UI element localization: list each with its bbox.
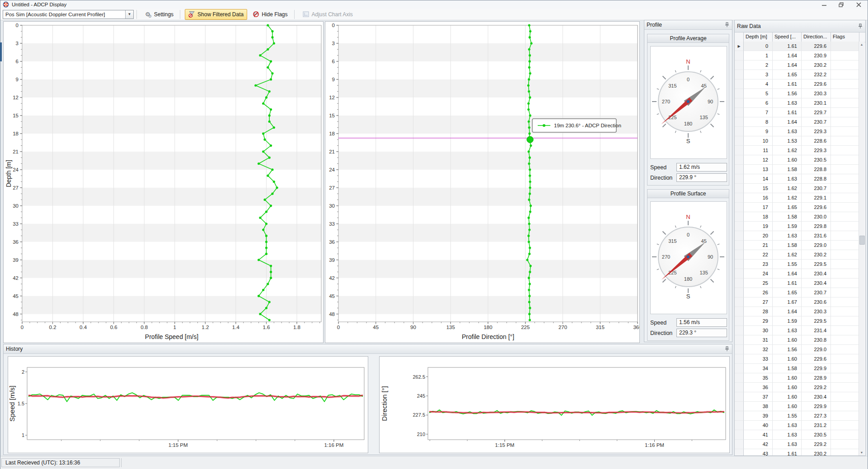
table-row[interactable]: 341.58229.9	[735, 364, 859, 373]
close-button[interactable]	[853, 1, 864, 8]
table-row[interactable]: 11.64230.9	[735, 51, 859, 60]
scrollbar-thumb[interactable]	[859, 236, 865, 245]
table-cell: 4	[744, 79, 773, 89]
table-row[interactable]: 91.63229.3	[735, 127, 859, 136]
table-cell: 1.56	[773, 345, 802, 354]
row-indicator-cell	[735, 430, 744, 440]
table-row[interactable]: 361.60229.2	[735, 383, 859, 392]
table-row[interactable]: 351.60228.9	[735, 373, 859, 383]
average-speed-row: Speed 1.62 m/s	[650, 163, 727, 172]
column-header[interactable]: Flags	[831, 33, 859, 42]
svg-text:30: 30	[13, 203, 19, 209]
scroll-down-icon[interactable]: ▼	[859, 450, 864, 455]
column-header[interactable]: Depth [m]	[744, 33, 773, 42]
table-row[interactable]: 401.63231.2	[735, 421, 859, 430]
svg-text:12: 12	[13, 95, 19, 100]
profile-direction-chart[interactable]: 0459013518022527031536003691215182124273…	[325, 21, 640, 343]
table-row[interactable]: 111.62229.3	[735, 146, 859, 155]
row-indicator-cell	[735, 231, 744, 241]
average-speed-value: 1.62 m/s	[676, 163, 727, 172]
vertical-scrollbar[interactable]: ▲ ▼	[859, 42, 865, 455]
svg-text:27: 27	[13, 185, 19, 190]
history-speed-chart[interactable]: 11.52Speed [m/s]1:15 PM1:16 PM	[8, 357, 367, 452]
table-cell: 230.7	[802, 288, 831, 297]
table-row[interactable]: 381.60229.9	[735, 402, 859, 411]
table-row[interactable]: 231.55229.5	[735, 260, 859, 269]
table-row[interactable]: 121.60230.5	[735, 155, 859, 165]
svg-text:135: 135	[446, 325, 455, 330]
table-cell: 232.2	[802, 70, 831, 79]
table-row[interactable]: 421.63229.2	[735, 440, 859, 449]
table-row[interactable]: 431.61230.2	[735, 449, 859, 455]
table-row[interactable]: 131.58228.8	[735, 165, 859, 174]
table-row[interactable]: 161.62229.1	[735, 193, 859, 203]
table-row[interactable]: 31.65232.2	[735, 70, 859, 79]
table-cell: 18	[744, 212, 773, 222]
table-row[interactable]: 51.56230.3	[735, 89, 859, 98]
pin-icon[interactable]	[724, 22, 730, 28]
table-row[interactable]: 221.62230.2	[735, 250, 859, 260]
svg-text:227.5: 227.5	[413, 412, 425, 418]
table-row[interactable]: 141.63228.8	[735, 174, 859, 184]
chart-axis-icon	[303, 11, 310, 18]
profile-average-title: Profile Average	[647, 34, 729, 43]
table-cell: 29	[744, 316, 773, 326]
table-row[interactable]: 71.61229.7	[735, 108, 859, 117]
row-indicator-cell	[735, 326, 744, 335]
table-row[interactable]: 81.64230.7	[735, 117, 859, 127]
settings-button[interactable]: ⚙⚙ Settings	[141, 9, 177, 20]
profile-speed-chart[interactable]: 00.20.40.60.811.21.41.61.803691215182124…	[3, 21, 324, 343]
table-cell: 230.4	[802, 392, 831, 402]
table-row[interactable]: 321.56229.0	[735, 345, 859, 354]
table-row[interactable]: 61.63230.1	[735, 98, 859, 108]
table-row[interactable]: 41.61229.6	[735, 79, 859, 89]
table-row[interactable]: 181.58230.0	[735, 212, 859, 222]
table-row[interactable]: 281.64230.3	[735, 307, 859, 316]
table-row[interactable]: 331.60229.6	[735, 354, 859, 364]
table-row[interactable]: 261.65230.7	[735, 288, 859, 297]
table-cell: 230.4	[802, 279, 831, 288]
table-row[interactable]: 211.58229.0	[735, 241, 859, 250]
table-row[interactable]: 251.61230.4	[735, 279, 859, 288]
table-cell	[831, 89, 859, 98]
history-panel-header: History	[4, 344, 732, 354]
combo-dropdown-button[interactable]: ▼	[125, 10, 133, 19]
row-indicator-cell	[735, 316, 744, 326]
device-selector-combo[interactable]: Pos Sim [Acoustic Doppler Current Profil…	[3, 10, 134, 19]
table-row[interactable]: 291.59229.5	[735, 316, 859, 326]
minimize-button[interactable]	[819, 1, 830, 8]
restore-button[interactable]	[836, 1, 847, 8]
dock-splitter-bar[interactable]	[0, 42, 2, 61]
table-row[interactable]: 101.53228.6	[735, 136, 859, 146]
table-body[interactable]: ▶01.61229.611.64230.921.64230.231.65232.…	[735, 42, 859, 455]
raw-data-header: Raw Data	[735, 20, 865, 33]
table-row[interactable]: 271.67230.6	[735, 297, 859, 307]
column-header[interactable]: Speed [...	[773, 33, 802, 42]
show-filtered-data-button[interactable]: Show Filtered Data	[185, 9, 247, 20]
table-row[interactable]: 171.65229.6	[735, 203, 859, 212]
scroll-up-icon[interactable]: ▲	[859, 42, 864, 47]
table-cell: 1.65	[773, 70, 802, 79]
history-direction-chart[interactable]: 210227.5245262.5Direction [°]1:15 PM1:16…	[380, 357, 728, 452]
table-row[interactable]: 201.63231.6	[735, 231, 859, 241]
table-cell: 37	[744, 392, 773, 402]
table-row[interactable]: 371.60230.4	[735, 392, 859, 402]
pin-icon[interactable]	[858, 23, 863, 29]
table-row[interactable]: ▶01.61229.6	[735, 42, 859, 51]
table-row[interactable]: 241.64230.4	[735, 269, 859, 279]
hide-flags-button[interactable]: Hide Flags	[249, 9, 291, 20]
table-row[interactable]: 391.55227.3	[735, 411, 859, 421]
table-cell: 1.60	[773, 383, 802, 392]
table-row[interactable]: 301.63231.4	[735, 326, 859, 335]
adjust-chart-axis-button[interactable]: Adjust Chart Axis	[299, 9, 357, 20]
profile-average-compass-box: NESW04590135180225270315	[650, 46, 727, 159]
table-row[interactable]: 411.63230.5	[735, 430, 859, 440]
pin-icon[interactable]	[724, 346, 730, 352]
table-row[interactable]: 151.62230.7	[735, 184, 859, 193]
table-row[interactable]: 21.64230.2	[735, 60, 859, 70]
column-header[interactable]: Direction...	[802, 33, 831, 42]
table-row[interactable]: 311.60230.8	[735, 335, 859, 345]
table-row[interactable]: 191.59229.8	[735, 222, 859, 231]
table-cell: 1.58	[773, 364, 802, 373]
svg-text:0: 0	[21, 325, 23, 330]
